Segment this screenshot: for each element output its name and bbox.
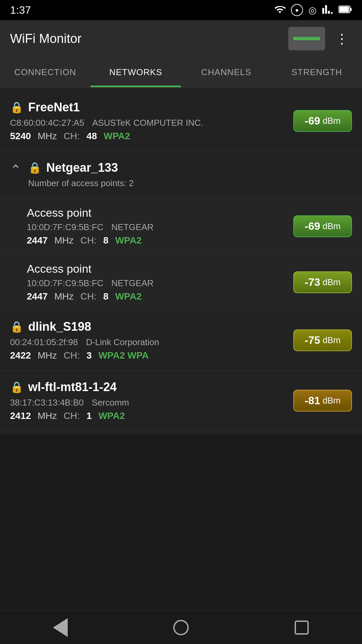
ap2-security: WPA2 bbox=[115, 291, 142, 302]
network-wlftl-signal-num: -81 bbox=[305, 394, 320, 407]
network-wlftl-meta: 38:17:C3:13:4B:B0 Sercomm bbox=[10, 397, 287, 408]
ap1-name: Access point bbox=[27, 206, 287, 219]
network-freenet1-info: 🔒 FreeNet1 C8:60:00:4C:27:A5 ASUSTeK COM… bbox=[10, 100, 287, 142]
tab-bar: CONNECTION NETWORKS CHANNELS STRENGTH bbox=[0, 57, 362, 88]
screenshot-button[interactable] bbox=[288, 27, 325, 50]
tab-connection[interactable]: CONNECTION bbox=[0, 57, 90, 87]
ap2-meta: 10:0D:7F:C9:5B:FC NETGEAR bbox=[27, 278, 287, 288]
network-dlinks198-ch-label: CH: bbox=[64, 350, 80, 361]
ap2-ch-label: CH: bbox=[80, 291, 97, 302]
network-wlftl-name-row: 🔒 wl-ftl-mt81-1-24 bbox=[10, 380, 287, 394]
network-freenet1-name: FreeNet1 bbox=[28, 100, 80, 114]
network-freenet1-security: WPA2 bbox=[104, 131, 130, 142]
network-dlinks198-details: 2422 MHz CH: 3 WPA2 WPA bbox=[10, 350, 287, 361]
network-wlftl-mac: 38:17:C3:13:4B:B0 bbox=[10, 397, 84, 408]
ap2-signal-badge: -73 dBm bbox=[293, 271, 352, 293]
ap1-mac: 10:0D:7F:C9:5B:FC bbox=[27, 222, 103, 232]
ap1-signal-num: -69 bbox=[305, 220, 320, 232]
network-freenet1-mac: C8:60:00:4C:27:A5 bbox=[10, 118, 84, 128]
app-bar: WiFi Monitor ⋮ bbox=[0, 20, 362, 57]
status-icons: ● ◎ bbox=[274, 4, 352, 16]
ap2-vendor: NETGEAR bbox=[111, 278, 154, 288]
tab-channels[interactable]: CHANNELS bbox=[181, 57, 272, 87]
screenshot-button-inner bbox=[293, 37, 320, 40]
network-dlinks198-signal-badge: -75 dBm bbox=[293, 329, 352, 351]
network-wlftl-channel: 1 bbox=[86, 411, 92, 421]
back-button[interactable] bbox=[47, 614, 74, 641]
ap1-ch-label: CH: bbox=[80, 235, 97, 246]
network-wlftl-details: 2412 MHz CH: 1 WPA2 bbox=[10, 411, 287, 421]
network-item-wlftl[interactable]: 🔒 wl-ftl-mt81-1-24 38:17:C3:13:4B:B0 Ser… bbox=[0, 371, 362, 431]
network-freenet1-name-row: 🔒 FreeNet1 bbox=[10, 100, 287, 114]
app-bar-actions: ⋮ bbox=[288, 27, 352, 50]
ap2-mac: 10:0D:7F:C9:5B:FC bbox=[27, 278, 103, 288]
network-wlftl-freq-unit: MHz bbox=[38, 411, 57, 421]
network-wlftl-signal-unit: dBm bbox=[320, 395, 341, 406]
recent-apps-button[interactable] bbox=[288, 614, 315, 641]
network-list: 🔒 FreeNet1 C8:60:00:4C:27:A5 ASUSTeK COM… bbox=[0, 88, 362, 434]
ap2-signal-unit: dBm bbox=[320, 277, 341, 287]
network-dlinks198-channel: 3 bbox=[86, 350, 92, 361]
network-item-freenet1[interactable]: 🔒 FreeNet1 C8:60:00:4C:27:A5 ASUSTeK COM… bbox=[0, 91, 362, 151]
network-item-dlinks198[interactable]: 🔒 dlink_S198 00:24:01:05:2f:98 D-Link Co… bbox=[0, 310, 362, 371]
network-wlftl-freq: 2412 bbox=[10, 411, 31, 421]
wifi-status-icon bbox=[274, 4, 286, 16]
tab-networks[interactable]: NETWORKS bbox=[90, 57, 181, 87]
home-button[interactable] bbox=[168, 614, 194, 641]
network-freenet1-vendor: ASUSTeK COMPUTER INC. bbox=[92, 118, 203, 128]
network-freenet1-details: 5240 MHz CH: 48 WPA2 bbox=[10, 131, 287, 142]
network-wlftl-signal-badge: -81 dBm bbox=[293, 390, 352, 412]
cell-signal-icon bbox=[322, 4, 333, 16]
expand-icon-netgear133: ⌃ bbox=[10, 162, 21, 177]
network-group-netgear133[interactable]: ⌃ 🔒 Netgear_133 Number of access points:… bbox=[0, 151, 362, 198]
network-freenet1-freq-unit: MHz bbox=[38, 131, 57, 142]
back-icon bbox=[53, 618, 68, 637]
network-freenet1-signal-badge: -69 dBm bbox=[293, 110, 352, 132]
home-icon bbox=[173, 620, 189, 635]
lock-icon-netgear133: 🔒 bbox=[28, 161, 42, 174]
network-freenet1-signal-num: -69 bbox=[305, 115, 320, 127]
ap1-security: WPA2 bbox=[115, 235, 142, 246]
network-wlftl-vendor: Sercomm bbox=[92, 397, 129, 408]
network-netgear133-info: 🔒 Netgear_133 Number of access points: 2 bbox=[28, 161, 352, 189]
access-point-1[interactable]: Access point 10:0D:7F:C9:5B:FC NETGEAR 2… bbox=[0, 198, 362, 254]
ap2-channel: 8 bbox=[103, 291, 109, 302]
network-wlftl-name: wl-ftl-mt81-1-24 bbox=[28, 380, 117, 394]
network-dlinks198-signal-unit: dBm bbox=[320, 335, 341, 345]
lock-icon-wlftl: 🔒 bbox=[10, 381, 23, 393]
ap1-channel: 8 bbox=[103, 235, 109, 246]
network-wlftl-security: WPA2 bbox=[99, 411, 125, 421]
network-wlftl-info: 🔒 wl-ftl-mt81-1-24 38:17:C3:13:4B:B0 Ser… bbox=[10, 380, 287, 421]
status-time: 1:37 bbox=[10, 4, 31, 16]
app-icon-2: ◎ bbox=[308, 5, 316, 16]
ap2-freq-unit: MHz bbox=[54, 291, 74, 302]
svg-rect-2 bbox=[340, 7, 349, 12]
network-dlinks198-info: 🔒 dlink_S198 00:24:01:05:2f:98 D-Link Co… bbox=[10, 320, 287, 361]
bottom-nav bbox=[0, 610, 362, 644]
access-point-2[interactable]: Access point 10:0D:7F:C9:5B:FC NETGEAR 2… bbox=[0, 254, 362, 310]
more-options-button[interactable]: ⋮ bbox=[332, 28, 352, 50]
network-netgear133-name-row: 🔒 Netgear_133 bbox=[28, 161, 352, 175]
app-icon-1: ● bbox=[291, 4, 303, 16]
network-freenet1-signal-unit: dBm bbox=[320, 116, 341, 126]
lock-icon-freenet1: 🔒 bbox=[10, 101, 23, 114]
network-freenet1-meta: C8:60:00:4C:27:A5 ASUSTeK COMPUTER INC. bbox=[10, 118, 287, 128]
network-dlinks198-signal-num: -75 bbox=[305, 334, 320, 346]
lock-icon-dlinks198: 🔒 bbox=[10, 320, 23, 333]
ap1-info: Access point 10:0D:7F:C9:5B:FC NETGEAR 2… bbox=[27, 206, 287, 246]
ap1-signal-badge: -69 dBm bbox=[293, 215, 352, 237]
ap1-freq: 2447 bbox=[27, 235, 48, 246]
tab-strength[interactable]: STRENGTH bbox=[272, 57, 362, 87]
ap2-details: 2447 MHz CH: 8 WPA2 bbox=[27, 291, 287, 302]
battery-icon bbox=[339, 5, 352, 15]
svg-rect-1 bbox=[350, 8, 352, 11]
network-dlinks198-mac: 00:24:01:05:2f:98 bbox=[10, 337, 78, 347]
network-dlinks198-security: WPA2 WPA bbox=[99, 350, 149, 361]
network-netgear133-ap-count: Number of access points: 2 bbox=[28, 178, 352, 189]
ap1-vendor: NETGEAR bbox=[111, 222, 154, 232]
network-dlinks198-freq-unit: MHz bbox=[38, 350, 57, 361]
ap2-signal-num: -73 bbox=[305, 276, 320, 288]
status-bar: 1:37 ● ◎ bbox=[0, 0, 362, 20]
network-dlinks198-name: dlink_S198 bbox=[28, 320, 91, 334]
network-freenet1-freq: 5240 bbox=[10, 131, 31, 142]
